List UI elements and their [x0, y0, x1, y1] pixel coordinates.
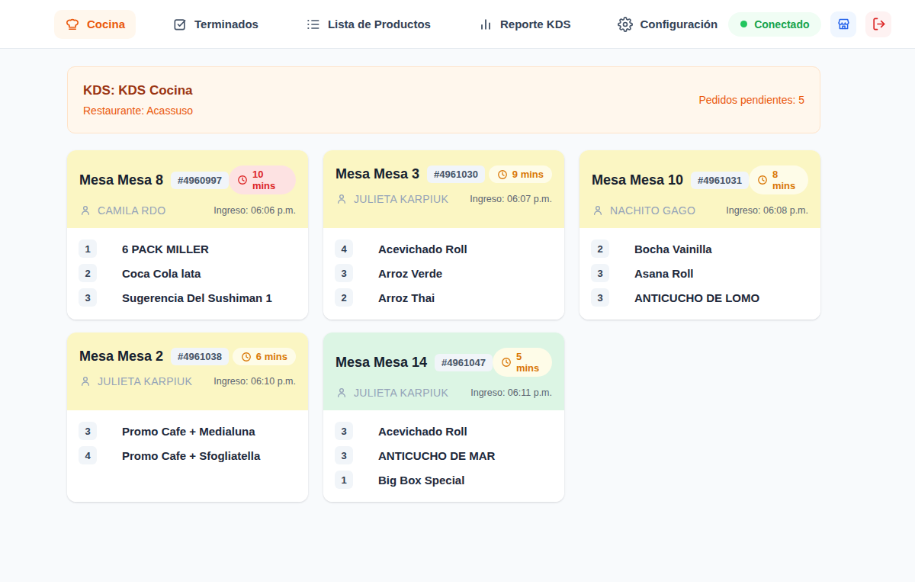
person-icon: [79, 204, 92, 217]
ingreso-time: Ingreso: 06:10 p.m.: [214, 376, 296, 387]
item-name: Acevichado Roll: [378, 243, 467, 255]
person-icon: [79, 375, 92, 387]
status-dot-icon: [740, 21, 747, 27]
ingreso-time: Ingreso: 06:11 p.m.: [470, 387, 552, 398]
order-items: 4 Acevichado Roll 3 Arroz Verde 2 Arroz …: [323, 228, 564, 320]
order-item[interactable]: 3 ANTICUCHO DE MAR: [335, 446, 553, 464]
store-button[interactable]: [830, 11, 856, 37]
tab-cocina[interactable]: Cocina: [54, 10, 136, 39]
nav-tabs: Cocina Terminados Lista de Productos: [54, 10, 728, 39]
top-nav: Cocina Terminados Lista de Productos: [0, 0, 915, 49]
order-number-badge: #4961038: [171, 348, 229, 365]
table-name: Mesa Mesa 3: [336, 166, 419, 182]
order-number-badge: #4961047: [435, 354, 493, 371]
order-card[interactable]: Mesa Mesa 8 #4960997 10 mins CAMILA RDO …: [67, 150, 308, 320]
tab-lista-productos-label: Lista de Productos: [328, 18, 431, 31]
item-name: Big Box Special: [378, 474, 464, 487]
clock-icon: [241, 352, 252, 362]
elapsed-time-badge: 8 mins: [749, 165, 808, 194]
person-icon: [336, 387, 348, 399]
customer-name: JULIETA KARPIUK: [354, 387, 448, 399]
customer-name: JULIETA KARPIUK: [354, 193, 448, 205]
order-item[interactable]: 2 Bocha Vainilla: [591, 239, 809, 258]
orders-grid: Mesa Mesa 8 #4960997 10 mins CAMILA RDO …: [67, 150, 820, 502]
item-qty-badge: 3: [79, 422, 97, 440]
item-name: Sugerencia Del Sushiman 1: [122, 291, 272, 304]
item-name: ANTICUCHO DE MAR: [378, 449, 495, 462]
logout-icon: [872, 17, 886, 31]
tab-lista-productos[interactable]: Lista de Productos: [295, 10, 441, 39]
item-qty-badge: 2: [591, 239, 609, 258]
item-name: Promo Cafe + Sfogliatella: [122, 449, 260, 462]
order-item[interactable]: 3 Promo Cafe + Medialuna: [79, 422, 297, 440]
order-card[interactable]: Mesa Mesa 3 #4961030 9 mins JULIETA KARP…: [323, 150, 564, 320]
item-name: Promo Cafe + Medialuna: [122, 425, 255, 438]
item-name: Bocha Vainilla: [634, 243, 712, 255]
order-item[interactable]: 4 Acevichado Roll: [335, 239, 553, 258]
order-number-badge: #4961030: [427, 165, 485, 183]
connection-status-badge: Conectado: [728, 12, 821, 37]
person-icon: [592, 204, 604, 217]
order-item[interactable]: 3 Arroz Verde: [335, 264, 553, 282]
ingreso-time: Ingreso: 06:06 p.m.: [214, 205, 296, 216]
kds-banner-left: KDS: KDS Cocina Restaurante: Acassuso: [83, 83, 193, 117]
table-name: Mesa Mesa 14: [336, 355, 427, 371]
order-item[interactable]: 1 6 PACK MILLER: [79, 239, 297, 258]
gear-icon: [618, 17, 633, 32]
clock-icon: [497, 169, 508, 180]
order-card[interactable]: Mesa Mesa 2 #4961038 6 mins JULIETA KARP…: [67, 333, 308, 502]
bar-chart-icon: [478, 17, 493, 32]
tab-configuracion[interactable]: Configuración: [607, 10, 728, 39]
order-card-header: Mesa Mesa 10 #4961031 8 mins NACHITO GAG…: [580, 150, 820, 228]
logout-button[interactable]: [865, 11, 891, 37]
bottom-scrollbar-track[interactable]: [0, 582, 915, 588]
connection-status-label: Conectado: [754, 18, 809, 31]
store-icon: [836, 17, 851, 31]
order-item[interactable]: 1 Big Box Special: [335, 471, 553, 489]
order-items: 3 Promo Cafe + Medialuna 4 Promo Cafe + …: [67, 410, 308, 502]
pending-orders-count: Pedidos pendientes: 5: [698, 94, 804, 106]
kds-title: KDS: KDS Cocina: [83, 83, 193, 98]
order-number-badge: #4960997: [171, 172, 229, 189]
item-qty-badge: 2: [79, 264, 97, 282]
order-card-header: Mesa Mesa 3 #4961030 9 mins JULIETA KARP…: [323, 150, 564, 228]
table-name: Mesa Mesa 8: [79, 172, 163, 188]
item-qty-badge: 3: [79, 288, 97, 307]
elapsed-time-badge: 9 mins: [489, 165, 552, 183]
tab-terminados[interactable]: Terminados: [162, 10, 269, 39]
order-number-badge: #4961031: [691, 172, 749, 189]
clock-icon: [757, 175, 768, 185]
order-items: 2 Bocha Vainilla 3 Asana Roll 3 ANTICUCH…: [580, 228, 820, 320]
list-icon: [306, 17, 321, 32]
order-card[interactable]: Mesa Mesa 14 #4961047 5 mins JULIETA KAR…: [323, 333, 564, 502]
item-qty-badge: 1: [79, 239, 97, 258]
order-item[interactable]: 3 Sugerencia Del Sushiman 1: [79, 288, 297, 307]
kds-info-banner: KDS: KDS Cocina Restaurante: Acassuso Pe…: [67, 66, 820, 133]
tab-configuracion-label: Configuración: [640, 18, 718, 31]
item-name: Acevichado Roll: [378, 425, 467, 438]
order-item[interactable]: 3 Asana Roll: [591, 264, 809, 282]
order-item[interactable]: 2 Coca Cola lata: [79, 264, 297, 282]
order-item[interactable]: 3 Acevichado Roll: [335, 422, 553, 440]
checkbox-check-icon: [172, 17, 188, 32]
tab-reporte-kds[interactable]: Reporte KDS: [467, 10, 582, 39]
elapsed-time-badge: 10 mins: [229, 165, 296, 194]
item-name: Arroz Verde: [378, 267, 442, 280]
order-item[interactable]: 4 Promo Cafe + Sfogliatella: [79, 446, 297, 464]
elapsed-time-badge: 6 mins: [233, 348, 296, 365]
nav-right-group: Conectado: [728, 11, 891, 37]
clock-icon: [501, 357, 512, 368]
item-qty-badge: 3: [591, 264, 609, 282]
order-card[interactable]: Mesa Mesa 10 #4961031 8 mins NACHITO GAG…: [580, 150, 820, 320]
order-item[interactable]: 2 Arroz Thai: [335, 288, 553, 307]
item-name: Asana Roll: [634, 267, 694, 280]
customer-name: CAMILA RDO: [98, 204, 165, 217]
main-content: KDS: KDS Cocina Restaurante: Acassuso Pe…: [0, 49, 820, 502]
order-card-header: Mesa Mesa 8 #4960997 10 mins CAMILA RDO …: [67, 150, 308, 228]
clock-icon: [237, 175, 248, 185]
person-icon: [336, 193, 348, 205]
elapsed-time-badge: 5 mins: [493, 348, 552, 377]
item-qty-badge: 1: [335, 471, 353, 489]
order-item[interactable]: 3 ANTICUCHO DE LOMO: [591, 288, 809, 307]
item-qty-badge: 3: [335, 264, 353, 282]
